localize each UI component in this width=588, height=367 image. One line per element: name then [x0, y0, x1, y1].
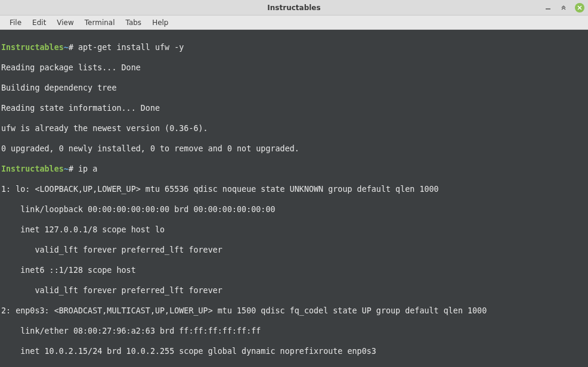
terminal-output: Reading state information... Done [0, 103, 588, 113]
prompt-path: ~ [64, 43, 69, 52]
prompt-hash: # [69, 43, 73, 52]
terminal-output: ufw is already the newest version (0.36-… [0, 123, 588, 133]
prompt-path: ~ [64, 164, 69, 173]
terminal-output: inet 10.0.2.15/24 brd 10.0.2.255 scope g… [0, 346, 588, 356]
window-title: Instructables [267, 4, 320, 12]
command-text: ip a [78, 164, 97, 173]
menubar: File Edit View Terminal Tabs Help [0, 15, 588, 30]
terminal-output: link/ether 08:00:27:96:a2:63 brd ff:ff:f… [0, 326, 588, 336]
close-button[interactable] [575, 3, 584, 13]
terminal-area[interactable]: Instructables~# apt-get install ufw -y R… [0, 30, 588, 367]
minimize-icon [545, 5, 551, 11]
menu-view[interactable]: View [52, 17, 78, 29]
terminal-output: valid_lft forever preferred_lft forever [0, 285, 588, 296]
minimize-button[interactable] [544, 4, 552, 12]
terminal-output: 2: enp0s3: <BROADCAST,MULTICAST,UP,LOWER… [0, 306, 588, 316]
terminal-output: inet6 ::1/128 scope host [0, 265, 588, 275]
titlebar: Instructables [0, 0, 588, 15]
close-icon [577, 5, 582, 10]
terminal-output: Building dependency tree [0, 83, 588, 93]
menu-tabs[interactable]: Tabs [121, 17, 147, 29]
menu-terminal[interactable]: Terminal [80, 17, 120, 29]
terminal-output: link/loopback 00:00:00:00:00:00 brd 00:0… [0, 204, 588, 214]
prompt-hash: # [69, 164, 73, 173]
terminal-output: valid_lft forever preferred_lft forever [0, 245, 588, 255]
menu-file[interactable]: File [5, 17, 26, 29]
window-controls [544, 3, 584, 13]
terminal-output: inet 127.0.0.1/8 scope host lo [0, 225, 588, 235]
command-text: apt-get install ufw -y [78, 43, 184, 52]
terminal-output: Reading package lists... Done [0, 63, 588, 73]
terminal-output: 0 upgraded, 0 newly installed, 0 to remo… [0, 144, 588, 154]
menu-help[interactable]: Help [147, 17, 173, 29]
prompt-host: Instructables [1, 43, 64, 52]
menu-edit[interactable]: Edit [27, 17, 51, 29]
terminal-line: Instructables~# apt-get install ufw -y [0, 42, 588, 52]
terminal-line: Instructables~# ip a [0, 164, 588, 174]
maximize-button[interactable] [559, 4, 568, 12]
maximize-icon [561, 5, 567, 11]
terminal-output: 1: lo: <LOOPBACK,UP,LOWER_UP> mtu 65536 … [0, 184, 588, 194]
prompt-host: Instructables [1, 164, 64, 173]
